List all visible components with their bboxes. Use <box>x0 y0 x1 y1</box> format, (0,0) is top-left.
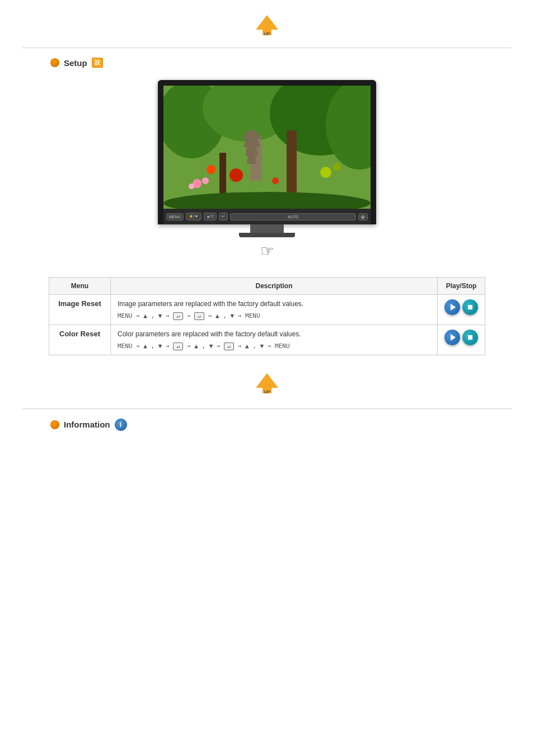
bottom-up-btn-container: UP <box>0 361 534 406</box>
information-circle-icon <box>50 420 59 429</box>
hand-cursor-icon: ☞ <box>260 242 274 260</box>
up-button-bottom[interactable]: UP <box>254 372 280 397</box>
stop-button-color-reset[interactable] <box>462 330 478 345</box>
svg-point-19 <box>333 163 341 171</box>
svg-marker-0 <box>256 15 278 30</box>
monitor-stand <box>250 224 284 233</box>
playstop-btns-image-reset <box>444 299 478 315</box>
svg-marker-12 <box>247 156 256 164</box>
play-button-color-reset[interactable] <box>444 330 460 345</box>
top-divider <box>22 48 512 48</box>
power-btn[interactable]: ⏻ <box>358 213 368 220</box>
information-label: Information <box>64 420 110 429</box>
menu-table: Menu Description Play/Stop Image Reset I… <box>49 277 485 355</box>
enter-icon-3: ↵ <box>173 342 183 350</box>
color-reset-desc: Color parameters are replaced with the f… <box>118 330 430 339</box>
enter-icon-4: ↵ <box>224 342 234 350</box>
information-badge: i <box>115 419 127 431</box>
desc-cell-image-reset: Image parameters are replaced with the f… <box>111 295 438 325</box>
image-reset-label: Image Reset <box>58 299 101 308</box>
monitor-container: MENU ⚡/▼ ▲/▽ ↵ AUTO ⏻ ☞ <box>0 74 534 271</box>
col-header-playstop: Play/Stop <box>438 278 485 295</box>
col-header-menu: Menu <box>49 278 111 295</box>
table-row: Image Reset Image parameters are replace… <box>49 295 485 325</box>
menu-cell-image-reset: Image Reset <box>49 295 111 325</box>
up-button-top[interactable]: UP <box>254 14 280 39</box>
color-reset-sequence: MENU → ▲ , ▼ → ↵ → ▲ , ▼ → ↵ → ▲ , ▼ → M… <box>118 342 430 350</box>
setup-badge: 設 <box>92 58 103 68</box>
play-button-image-reset[interactable] <box>444 299 460 315</box>
stop-square-icon <box>468 305 472 309</box>
setup-heading: Setup 設 <box>0 51 534 74</box>
monitor-frame: MENU ⚡/▼ ▲/▽ ↵ AUTO ⏻ <box>158 80 376 224</box>
input-btn[interactable]: ⚡/▼ <box>186 213 202 220</box>
auto-btn[interactable]: AUTO <box>230 213 356 220</box>
enter-btn[interactable]: ↵ <box>219 213 228 220</box>
information-section: Information i <box>0 412 534 438</box>
svg-point-17 <box>272 177 279 184</box>
playstop-cell-color-reset <box>438 325 485 355</box>
col-header-description: Description <box>111 278 438 295</box>
svg-marker-11 <box>245 147 258 156</box>
svg-point-16 <box>207 165 216 174</box>
enter-icon-1: ↵ <box>173 312 183 320</box>
stop-button-image-reset[interactable] <box>462 299 478 315</box>
stop-square-icon-2 <box>468 335 472 340</box>
menu-btn[interactable]: MENU <box>166 213 184 220</box>
svg-text:UP: UP <box>264 389 270 395</box>
desc-cell-color-reset: Color parameters are replaced with the f… <box>111 325 438 355</box>
setup-label: Setup <box>64 58 87 68</box>
svg-marker-10 <box>243 139 260 147</box>
svg-point-18 <box>320 167 331 178</box>
playstop-btns-color-reset <box>444 330 478 345</box>
playstop-cell-image-reset <box>438 295 485 325</box>
page-container: UP Setup 設 <box>0 0 534 443</box>
monitor-screen <box>163 86 371 209</box>
table-row: Color Reset Color parameters are replace… <box>49 325 485 355</box>
image-reset-sequence: MENU → ▲ , ▼ → ↵ → ↵ → ▲ , ▼ → MENU <box>118 312 430 320</box>
bottom-divider <box>22 408 512 409</box>
svg-marker-24 <box>256 373 278 388</box>
menu-cell-color-reset: Color Reset <box>49 325 111 355</box>
svg-point-15 <box>229 168 243 182</box>
play-arrow-icon-2 <box>451 334 456 341</box>
updown-btn[interactable]: ▲/▽ <box>204 213 217 220</box>
top-up-btn-container: UP <box>0 6 534 45</box>
enter-icon-2: ↵ <box>194 312 204 320</box>
setup-circle-icon <box>50 58 59 67</box>
svg-text:UP: UP <box>264 31 270 36</box>
play-arrow-icon <box>451 304 456 311</box>
svg-point-23 <box>189 184 194 189</box>
monitor-base <box>239 233 295 237</box>
image-reset-desc: Image parameters are replaced with the f… <box>118 299 430 309</box>
svg-point-22 <box>202 177 209 184</box>
monitor-control-bar: MENU ⚡/▼ ▲/▽ ↵ AUTO ⏻ <box>163 209 371 224</box>
color-reset-label: Color Reset <box>59 330 100 338</box>
